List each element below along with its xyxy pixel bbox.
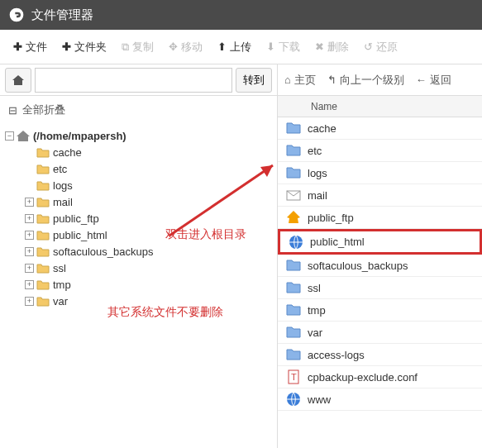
nav-up-button[interactable]: ↰向上一个级别 bbox=[327, 73, 404, 88]
folder-icon bbox=[286, 325, 301, 340]
tree-item[interactable]: +ssl bbox=[5, 260, 272, 276]
tree-item-label: tmp bbox=[53, 279, 71, 291]
download-icon: ⬇ bbox=[266, 41, 275, 53]
folder-icon bbox=[286, 121, 301, 136]
folder-icon bbox=[36, 197, 50, 207]
expander-icon[interactable]: + bbox=[25, 247, 34, 256]
file-name: ssl bbox=[308, 282, 321, 294]
new-file-button[interactable]: ✚文件 bbox=[7, 35, 54, 60]
file-row[interactable]: etc bbox=[278, 140, 482, 162]
collapse-all-button[interactable]: ⊟ 全部折叠 bbox=[0, 96, 277, 124]
file-name: var bbox=[308, 326, 322, 339]
restore-button[interactable]: ↺还原 bbox=[357, 35, 404, 60]
tree-item[interactable]: +softaculous_backups bbox=[5, 243, 272, 260]
file-row[interactable]: Tcpbackup-exclude.conf bbox=[278, 366, 482, 388]
file-row[interactable]: public_html bbox=[278, 229, 482, 255]
folder-icon bbox=[36, 147, 50, 158]
folder-icon bbox=[36, 180, 50, 191]
app-title: 文件管理器 bbox=[31, 7, 93, 23]
tree-item[interactable]: logs bbox=[5, 177, 272, 193]
tree-item-label: cache bbox=[53, 146, 82, 159]
go-button[interactable]: 转到 bbox=[236, 68, 272, 93]
column-name: Name bbox=[311, 101, 337, 112]
nav-home-button[interactable]: ⌂主页 bbox=[284, 73, 316, 88]
folder-icon bbox=[36, 230, 50, 241]
tree-item-label: mail bbox=[53, 196, 73, 208]
file-name: cache bbox=[308, 122, 336, 135]
globe-icon bbox=[289, 235, 303, 250]
copy-icon: ⧉ bbox=[122, 41, 129, 54]
expander-icon[interactable]: + bbox=[25, 297, 34, 306]
move-button[interactable]: ✥移动 bbox=[162, 35, 209, 60]
file-name: tmp bbox=[308, 304, 326, 317]
toolbar: ✚文件 ✚文件夹 ⧉复制 ✥移动 ⬆上传 ⬇下载 ✖删除 ↺还原 bbox=[0, 30, 482, 64]
file-name: www bbox=[308, 393, 331, 406]
new-folder-button[interactable]: ✚文件夹 bbox=[55, 35, 113, 60]
tree-item-label: ssl bbox=[53, 262, 66, 274]
upload-button[interactable]: ⬆上传 bbox=[211, 35, 258, 60]
file-name: etc bbox=[308, 145, 322, 157]
file-row[interactable]: mail bbox=[278, 184, 482, 207]
folder-icon bbox=[36, 246, 50, 257]
folder-icon bbox=[286, 165, 301, 180]
file-row[interactable]: ssl bbox=[278, 277, 482, 299]
home-button[interactable] bbox=[5, 68, 31, 93]
tree-item[interactable]: +var bbox=[5, 293, 272, 309]
globe-icon bbox=[286, 392, 301, 407]
file-name: cpbackup-exclude.conf bbox=[308, 371, 418, 384]
file-row[interactable]: cache bbox=[278, 117, 482, 140]
path-input[interactable] bbox=[35, 68, 232, 93]
folder-icon bbox=[36, 164, 50, 174]
tree-item-label: etc bbox=[53, 163, 67, 175]
download-button[interactable]: ⬇下载 bbox=[260, 35, 307, 60]
file-list: cacheetclogsmailpublic_ftppublic_htmlsof… bbox=[278, 117, 482, 448]
table-header[interactable]: Name bbox=[278, 96, 482, 117]
folder-icon bbox=[286, 143, 301, 158]
expander-icon[interactable]: + bbox=[25, 280, 34, 289]
tree-item-label: var bbox=[53, 295, 68, 307]
file-name: public_ftp bbox=[308, 212, 354, 224]
tree-item[interactable]: +public_ftp bbox=[5, 210, 272, 226]
file-name: mail bbox=[308, 189, 327, 202]
expander-icon[interactable]: + bbox=[25, 198, 34, 207]
tree-item[interactable]: +tmp bbox=[5, 276, 272, 293]
tree-item[interactable]: +public_html bbox=[5, 226, 272, 243]
expander-icon[interactable]: + bbox=[25, 264, 34, 273]
tree-item[interactable]: +mail bbox=[5, 193, 272, 210]
nav-back-button[interactable]: ←返回 bbox=[416, 73, 451, 88]
folder-icon bbox=[286, 347, 301, 362]
delete-button[interactable]: ✖删除 bbox=[308, 35, 356, 60]
back-icon: ← bbox=[416, 74, 427, 86]
app-header: 文件管理器 bbox=[0, 0, 482, 30]
file-row[interactable]: var bbox=[278, 322, 482, 344]
tree-item-label: public_html bbox=[53, 229, 107, 241]
tree-item[interactable]: etc bbox=[5, 160, 272, 177]
folder-tree: − (/home/mpapersh) cacheetclogs+mail+pub… bbox=[0, 124, 277, 448]
tree-item-label: public_ftp bbox=[53, 212, 99, 225]
right-panel: ⌂主页 ↰向上一个级别 ←返回 Name cacheetclogsmailpub… bbox=[278, 64, 482, 448]
collapse-icon: ⊟ bbox=[8, 104, 17, 117]
expander-icon[interactable]: + bbox=[25, 231, 34, 240]
restore-icon: ↺ bbox=[364, 41, 373, 53]
expander-icon[interactable]: − bbox=[5, 131, 14, 141]
tree-item[interactable]: cache bbox=[5, 144, 272, 160]
home-icon bbox=[12, 74, 25, 86]
ftp-icon bbox=[286, 210, 301, 225]
folder-icon bbox=[286, 258, 301, 273]
file-row[interactable]: public_ftp bbox=[278, 207, 482, 229]
tree-root[interactable]: − (/home/mpapersh) bbox=[5, 127, 272, 144]
file-row[interactable]: www bbox=[278, 388, 482, 411]
cpanel-logo-icon bbox=[8, 7, 25, 23]
file-row[interactable]: tmp bbox=[278, 299, 482, 322]
file-name: access-logs bbox=[308, 349, 365, 361]
file-row[interactable]: softaculous_backups bbox=[278, 255, 482, 277]
up-icon: ↰ bbox=[327, 74, 336, 86]
file-row[interactable]: logs bbox=[278, 162, 482, 184]
home-folder-icon bbox=[17, 131, 30, 141]
file-row[interactable]: access-logs bbox=[278, 344, 482, 366]
expander-icon[interactable]: + bbox=[25, 214, 34, 223]
copy-button[interactable]: ⧉复制 bbox=[115, 35, 160, 60]
upload-icon: ⬆ bbox=[217, 41, 227, 53]
folder-icon bbox=[286, 280, 301, 295]
tree-item-label: softaculous_backups bbox=[53, 245, 153, 258]
